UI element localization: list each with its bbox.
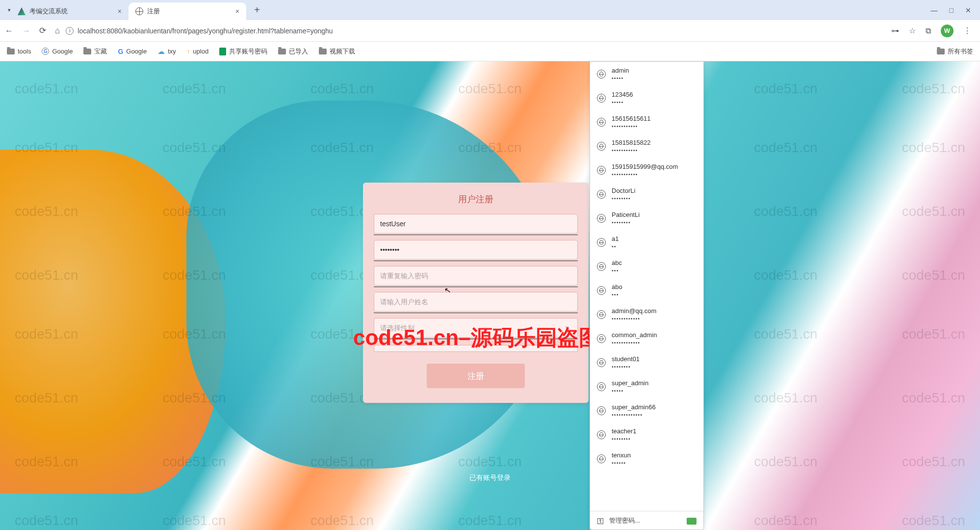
gender-select[interactable]: ▼ [374, 318, 578, 339]
password-input[interactable] [374, 240, 578, 260]
close-icon[interactable]: × [235, 7, 239, 15]
url-text: localhost:8080/kaobianluentan/front/page… [77, 27, 333, 35]
autofill-item[interactable]: common_admin•••••••••••• [590, 326, 703, 350]
autofill-username: PaticentLi [612, 211, 640, 218]
bookmark-label: txy [168, 48, 176, 55]
tab-app[interactable]: 考编交流系统 × [11, 2, 129, 20]
bookmark-item[interactable]: 已导入 [278, 47, 308, 56]
address-bar: ← → ⟳ ⌂ i localhost:8080/kaobianluentan/… [0, 20, 980, 42]
autofill-item[interactable]: student01•••••••• [590, 350, 703, 374]
login-link[interactable]: 已有账号登录 [469, 474, 511, 482]
back-button[interactable]: ← [5, 26, 13, 36]
bookmark-item[interactable]: ↑uplod [187, 47, 208, 56]
reload-button[interactable]: ⟳ [39, 26, 46, 36]
autofill-item[interactable]: 123456••••• [590, 86, 703, 110]
bookmarks-bar: toolsGGoogle宝藏GGoogle☁txy↑uplod共享账号密码已导入… [0, 42, 980, 61]
autofill-item[interactable]: a1•• [590, 230, 703, 254]
gender-display[interactable] [374, 318, 578, 338]
tab-strip: ▾ 考编交流系统 × 注册 × + — □ ✕ [0, 0, 980, 20]
autofill-item[interactable]: super_admin••••• [590, 374, 703, 398]
autofill-item[interactable]: 15915915999@qq.com••••••••••• [590, 158, 703, 182]
bookmark-item[interactable]: GGoogle [118, 47, 147, 56]
all-bookmarks-button[interactable]: 所有书签 [948, 47, 973, 56]
autofill-password-mask: •••••••• [612, 364, 640, 370]
home-button[interactable]: ⌂ [55, 26, 60, 36]
globe-icon [597, 238, 606, 247]
autofill-item[interactable]: tenxun•••••• [590, 447, 703, 471]
autofill-password-mask: ••• [612, 292, 622, 297]
globe-icon [597, 286, 606, 295]
autofill-password-mask: •••••••••••• [612, 316, 656, 321]
more-menu-icon[interactable]: ⋮ [963, 26, 971, 35]
autofill-username: tenxun [612, 451, 631, 459]
google-icon: G [118, 48, 123, 55]
vue-icon [18, 7, 26, 15]
autofill-item[interactable]: DoctorLi•••••••• [590, 182, 703, 206]
folder-icon [83, 49, 91, 54]
autofill-password-mask: ••• [612, 267, 622, 273]
password-key-icon[interactable]: ⊶ [891, 26, 899, 35]
maximize-button[interactable]: □ [950, 6, 954, 14]
bookmark-item[interactable]: 宝藏 [83, 47, 107, 56]
realname-input[interactable] [374, 292, 578, 312]
register-button[interactable]: 注册 [427, 364, 525, 388]
autofill-list[interactable]: admin•••••123456•••••15615615611••••••••… [590, 62, 703, 511]
bookmark-item[interactable]: GGoogle [42, 47, 73, 56]
autofill-password-mask: ••••• [612, 99, 633, 105]
extensions-icon[interactable]: ⧉ [926, 26, 931, 35]
globe-icon [135, 7, 143, 15]
autofill-username: 15815815822 [612, 139, 651, 146]
bookmark-item[interactable]: 共享账号密码 [219, 47, 267, 56]
globe-icon [597, 94, 606, 103]
autofill-username: admin [612, 67, 629, 74]
autofill-item[interactable]: admin••••• [590, 62, 703, 86]
tab-register[interactable]: 注册 × [129, 2, 246, 20]
sheet-icon [219, 48, 226, 55]
new-tab-button[interactable]: + [249, 2, 265, 18]
site-info-icon[interactable]: i [66, 27, 74, 35]
autofill-item[interactable]: admin@qq.com•••••••••••• [590, 302, 703, 326]
autofill-item[interactable]: 15615615611••••••••••• [590, 110, 703, 134]
close-button[interactable]: ✕ [965, 6, 971, 14]
bookmark-label: uplod [193, 48, 208, 55]
profile-avatar[interactable]: W [941, 25, 954, 37]
autofill-item[interactable]: PaticentLi•••••••• [590, 206, 703, 230]
autofill-password-mask: ••••• [612, 75, 629, 81]
upload-icon: ↑ [187, 48, 190, 55]
autofill-item[interactable]: super_admin66••••••••••••• [590, 398, 703, 423]
autofill-username: super_admin66 [612, 403, 656, 411]
bookmark-item[interactable]: ☁txy [157, 47, 176, 56]
autofill-item[interactable]: abc••• [590, 254, 703, 278]
bookmark-label: 宝藏 [94, 47, 107, 56]
autofill-item[interactable]: teacher1•••••••• [590, 423, 703, 447]
bookmark-star-icon[interactable]: ☆ [909, 26, 916, 35]
folder-icon [937, 49, 945, 54]
bookmark-item[interactable]: 视频下载 [319, 47, 355, 56]
autofill-password-mask: ••••••••••• [612, 171, 678, 177]
globe-icon [597, 70, 606, 79]
bookmark-item[interactable]: tools [7, 47, 31, 56]
autofill-item[interactable]: abo••• [590, 278, 703, 302]
forward-button[interactable]: → [22, 26, 30, 36]
url-input[interactable]: i localhost:8080/kaobianluentan/front/pa… [66, 27, 885, 35]
minimize-button[interactable]: — [931, 6, 938, 14]
manage-passwords-button[interactable]: ⚿ 管理密码... [590, 511, 703, 530]
autofill-username: DoctorLi [612, 187, 635, 194]
autofill-password-mask: •••••••• [612, 436, 637, 442]
register-card: 用户注册 ▼ 注册 [363, 183, 589, 403]
cloud-icon: ☁ [157, 47, 165, 56]
autofill-password-mask: ••••••••••• [612, 123, 651, 129]
username-input[interactable] [374, 214, 578, 234]
bookmark-label: Google [126, 48, 147, 55]
autofill-password-mask: •••••• [612, 460, 631, 466]
tab-label: 考编交流系统 [29, 7, 68, 16]
extra-field[interactable] [374, 345, 578, 352]
autofill-username: abo [612, 283, 622, 291]
page-viewport: code51.cncode51.cncode51.cncode51.cncode… [0, 61, 980, 530]
close-icon[interactable]: × [118, 7, 122, 15]
globe-icon [597, 214, 606, 223]
folder-icon [7, 49, 15, 54]
autofill-item[interactable]: 15815815822••••••••••• [590, 134, 703, 158]
confirm-password-input[interactable] [374, 266, 578, 286]
watermark-row: code51.cncode51.cncode51.cncode51.cncode… [0, 81, 980, 97]
